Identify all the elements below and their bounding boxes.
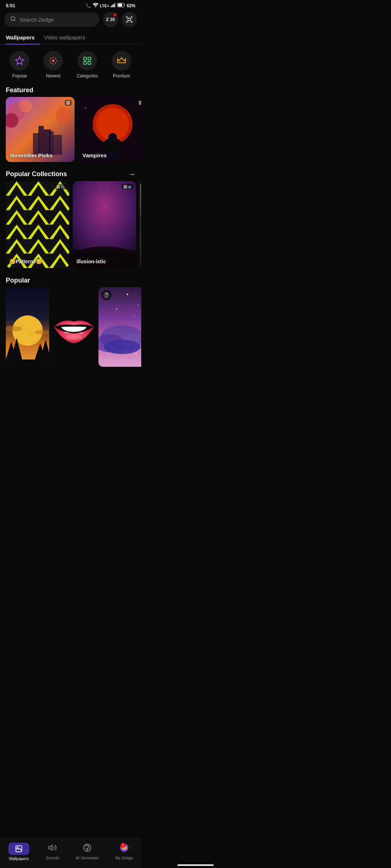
z-credits-button[interactable]: Z 10 — [103, 12, 118, 27]
category-premium[interactable]: Premium — [112, 51, 131, 78]
svg-point-31 — [129, 115, 129, 115]
scan-button[interactable] — [122, 12, 137, 27]
featured-card-vampires[interactable]: 🖼 Vampires — [78, 97, 141, 162]
svg-point-87 — [134, 316, 135, 316]
patterns-label: 😊Patterns😊 — [9, 259, 42, 264]
svg-point-23 — [19, 99, 32, 112]
svg-point-75 — [66, 335, 82, 340]
featured-scroll: 🖼 November Picks — [0, 97, 141, 166]
svg-point-57 — [140, 214, 141, 235]
popular-collections-arrow[interactable]: → — [128, 170, 135, 178]
collections-scroll: 🖼📹 😊Patterns😊 🖼📹 illusion-istic — [0, 181, 141, 273]
search-placeholder: Search Zedge — [20, 17, 54, 23]
illusion-media-icon: 🖼📹 — [122, 184, 133, 190]
svg-rect-3 — [114, 4, 115, 7]
category-newest[interactable]: Newest — [43, 51, 63, 78]
featured-title: Featured — [6, 86, 33, 94]
collection-illusion[interactable]: 🖼📹 illusion-istic — [73, 181, 136, 268]
svg-rect-15 — [88, 61, 91, 64]
svg-rect-21 — [53, 135, 62, 155]
phone-icon: 📞 — [86, 3, 91, 8]
svg-rect-13 — [88, 57, 91, 60]
popular-item-clouds[interactable] — [98, 287, 141, 367]
svg-point-25 — [56, 107, 72, 123]
svg-point-70 — [29, 332, 34, 337]
popular-collections-title: Popular Collections — [6, 170, 67, 178]
svg-point-77 — [79, 332, 83, 334]
svg-point-90 — [106, 296, 107, 297]
signal-icon — [111, 3, 116, 8]
popular-collections-header: Popular Collections → — [0, 166, 141, 181]
newest-icon-bg — [43, 51, 63, 71]
svg-rect-14 — [84, 61, 87, 64]
search-icon — [10, 16, 16, 23]
popular-header: Popular — [0, 273, 141, 287]
search-bar[interactable]: Search Zedge — [4, 12, 99, 27]
z-notification-dot — [114, 13, 117, 16]
collection-abandoned[interactable]: 🖼 abandoned houses — [140, 181, 141, 268]
svg-point-84 — [127, 294, 128, 295]
svg-rect-73 — [6, 359, 49, 367]
svg-rect-9 — [128, 18, 130, 21]
wifi-icon — [93, 3, 98, 8]
november-media-icon: 🖼 — [65, 100, 72, 106]
category-popular[interactable]: Popular — [10, 51, 29, 78]
svg-rect-4 — [115, 3, 116, 7]
november-label: November Picks — [10, 152, 52, 158]
svg-rect-2 — [112, 5, 113, 7]
patterns-media-icon: 🖼📹 — [55, 184, 66, 190]
ai-badge — [101, 290, 112, 300]
featured-card-november[interactable]: 🖼 November Picks — [6, 97, 75, 162]
svg-point-72 — [35, 330, 49, 335]
battery-icon — [117, 3, 125, 8]
svg-point-86 — [116, 309, 117, 310]
popular-title: Popular — [6, 277, 30, 284]
svg-rect-45 — [6, 181, 69, 268]
category-categories[interactable]: Categories — [77, 51, 98, 78]
collection-patterns[interactable]: 🖼📹 😊Patterns😊 — [6, 181, 69, 268]
svg-line-8 — [14, 20, 15, 21]
svg-point-0 — [95, 7, 96, 8]
illusion-label: illusion-istic — [76, 259, 106, 264]
status-icons: 📞 LTE+ — [86, 3, 135, 8]
tab-wallpapers[interactable]: Wallpapers — [6, 31, 40, 44]
toolbar: Search Zedge Z 10 — [0, 10, 141, 31]
svg-marker-10 — [16, 57, 24, 64]
status-bar: 5:51 📞 LTE+ — [0, 0, 141, 10]
svg-point-35 — [108, 133, 117, 142]
svg-rect-12 — [84, 57, 87, 60]
svg-rect-60 — [140, 254, 141, 268]
category-categories-label: Categories — [77, 73, 98, 78]
tab-video-wallpapers[interactable]: Video wallpapers — [44, 31, 91, 44]
main-nav-tabs: Wallpapers Video wallpapers — [0, 31, 141, 44]
z-credits-label: Z 10 — [106, 17, 115, 22]
category-popular-label: Popular — [12, 73, 27, 78]
svg-rect-1 — [111, 6, 112, 7]
popular-grid — [0, 287, 141, 370]
categories-icon-bg — [77, 51, 97, 71]
categories-row: Popular Newest Categories — [0, 47, 141, 83]
vampires-media-icon: 🖼 — [137, 100, 141, 106]
popular-item-lips[interactable] — [50, 287, 97, 367]
svg-point-76 — [64, 331, 70, 333]
battery-pct: 62% — [127, 3, 135, 8]
featured-header: Featured — [0, 83, 141, 97]
svg-point-32 — [92, 129, 93, 130]
popular-icon-bg — [10, 51, 29, 71]
premium-icon-bg — [112, 51, 131, 71]
category-premium-label: Premium — [113, 73, 130, 78]
vampires-label: Vampires — [83, 152, 107, 158]
popular-item-moon[interactable] — [6, 287, 49, 367]
lte-icon: LTE+ — [100, 4, 109, 8]
svg-point-82 — [104, 340, 140, 354]
svg-rect-19 — [33, 133, 39, 155]
category-newest-label: Newest — [46, 73, 60, 78]
svg-point-7 — [11, 17, 15, 21]
status-time: 5:51 — [6, 3, 15, 8]
svg-point-11 — [52, 60, 54, 62]
svg-point-85 — [138, 305, 139, 306]
svg-point-29 — [85, 107, 86, 109]
svg-rect-6 — [118, 4, 122, 7]
